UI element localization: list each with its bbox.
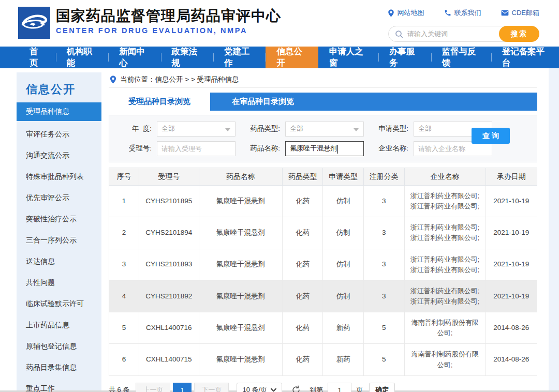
table-row-1[interactable]: 1CYHS2101895氟康唑干混悬剂化药仿制3浙江普利药业有限公司;浙江普利药… <box>109 186 537 217</box>
nav-item-10[interactable]: 登记备案平台 <box>491 47 559 68</box>
sidebar-item-5[interactable]: 优先审评公示 <box>17 187 101 208</box>
cell-r4-c3: 氟康唑干混悬剂 <box>199 280 282 312</box>
nav-item-2[interactable]: 机构职能 <box>56 47 108 68</box>
cell-r2-c7: 浙江普利药业有限公司;浙江普利药业有限公司; <box>404 217 486 249</box>
drug-name-input-wrap <box>285 141 364 156</box>
sidebar-item-3[interactable]: 沟通交流公示 <box>17 145 101 166</box>
refresh-icon[interactable] <box>291 385 301 392</box>
tab-2[interactable]: 在审品种目录浏览 <box>210 93 316 111</box>
cell-r6-c7: 海南普利制药股份有限公司; <box>404 344 486 375</box>
sidebar-item-12[interactable]: 原辅包登记信息 <box>17 336 101 357</box>
query-button[interactable]: 查 询 <box>472 128 510 144</box>
cell-r4-c8: 2021-10-19 <box>486 280 537 312</box>
cell-r3-c1: 3 <box>109 249 139 280</box>
nav-item-4[interactable]: 政策法规 <box>161 47 213 68</box>
filter-panel: 年 度:全部药品类型:全部申请类型:全部 受理号:药品名称:企业名称: 查 询 <box>109 115 537 162</box>
sidebar-item-9[interactable]: 共性问题 <box>17 272 101 293</box>
cell-r1-c7: 浙江普利药业有限公司;浙江普利药业有限公司; <box>404 186 486 217</box>
sidebar-item-1[interactable]: 受理品种信息 <box>17 102 101 121</box>
site-title: 国家药品监督管理局药品审评中心 <box>56 7 281 25</box>
sidebar: 信息公开 受理品种信息审评任务公示沟通交流公示特殊审批品种列表优先审评公示突破性… <box>17 72 101 390</box>
apply-type-value: 全部 <box>418 124 432 133</box>
drug-name-input[interactable] <box>290 145 359 153</box>
company-name-input[interactable] <box>418 145 488 153</box>
cell-r3-c5: 仿制 <box>323 249 364 280</box>
acceptance-no-input[interactable] <box>161 145 231 153</box>
next-page-button[interactable]: 下一页 <box>194 383 229 392</box>
cell-r5-c6: 5 <box>364 312 405 344</box>
cell-r6-c3: 氟康唑干混悬剂 <box>199 344 282 375</box>
sidebar-item-10[interactable]: 临床试验默示许可 <box>17 293 101 314</box>
table-row-3[interactable]: 3CYHS2101893氟康唑干混悬剂化药仿制3浙江普利药业有限公司;浙江普利药… <box>109 249 537 280</box>
nav-item-7[interactable]: 申请人之窗 <box>318 47 378 68</box>
drug-type-select[interactable]: 全部 <box>285 122 364 137</box>
drug-name-field: 药品名称: <box>246 141 374 156</box>
sidebar-item-11[interactable]: 上市药品信息 <box>17 314 101 336</box>
nav-item-3[interactable]: 新闻中心 <box>108 47 160 68</box>
cell-r4-c2: CYHS2101892 <box>139 280 199 312</box>
sidebar-item-7[interactable]: 三合一序列公示 <box>17 230 101 251</box>
body: 信息公开 受理品种信息审评任务公示沟通交流公示特殊审批品种列表优先审评公示突破性… <box>0 68 559 390</box>
location-pin-icon <box>388 9 394 17</box>
sidebar-item-2[interactable]: 审评任务公示 <box>17 124 101 145</box>
acceptance-no-input-wrap <box>157 141 236 156</box>
confirm-button[interactable]: 确定 <box>369 383 395 392</box>
nav-item-5[interactable]: 党建工作 <box>213 47 266 68</box>
quick-link-phone[interactable]: 联系我们 <box>444 8 481 18</box>
goto-page-input[interactable] <box>328 383 351 392</box>
table-row-2[interactable]: 2CYHS2101894氟康唑干混悬剂化药仿制3浙江普利药业有限公司;浙江普利药… <box>109 217 537 249</box>
year-select[interactable]: 全部 <box>157 122 236 137</box>
site-header: 国家药品监督管理局药品审评中心 CENTER FOR DRUG EVALUATI… <box>0 0 559 47</box>
tab-1[interactable]: 受理品种目录浏览 <box>109 93 210 111</box>
cell-r5-c4: 化药 <box>282 312 323 344</box>
cell-r4-c1: 4 <box>109 280 139 312</box>
chevron-down-icon <box>225 128 230 131</box>
page-size-value: 10 条/页 <box>242 385 267 392</box>
sidebar-item-13[interactable]: 药品目录集信息 <box>17 357 101 378</box>
cell-r6-c1: 6 <box>109 344 139 375</box>
drug-type-field: 药品类型:全部 <box>246 122 374 137</box>
cell-r2-c2: CYHS2101894 <box>139 217 199 249</box>
cell-r5-c5: 新药 <box>323 312 364 344</box>
header-search-button[interactable]: 搜索 <box>499 26 539 42</box>
drug-name-label: 药品名称: <box>246 144 280 153</box>
table-row-6[interactable]: 6CXHL1400715氟康唑干混悬剂化药新药5海南普利制药股份有限公司;201… <box>109 344 537 375</box>
page-size-select[interactable]: 10 条/页 <box>237 383 282 392</box>
tab-bar: 受理品种目录浏览在审品种目录浏览 <box>109 93 537 111</box>
nav-item-9[interactable]: 监督与反馈 <box>431 47 491 68</box>
drug-type-value: 全部 <box>290 124 303 133</box>
quick-link-mail[interactable]: CDE邮箱 <box>501 8 539 18</box>
cell-r2-c3: 氟康唑干混悬剂 <box>199 217 282 249</box>
cell-r6-c8: 2014-08-26 <box>486 344 537 375</box>
quick-link-location-pin[interactable]: 网站地图 <box>388 8 424 18</box>
sidebar-item-8[interactable]: 送达信息 <box>17 251 101 272</box>
sidebar-item-6[interactable]: 突破性治疗公示 <box>17 208 101 230</box>
site-title-block: 国家药品监督管理局药品审评中心 CENTER FOR DRUG EVALUATI… <box>56 7 281 35</box>
sidebar-item-14[interactable]: 重点工作 <box>17 378 101 392</box>
apply-type-label: 申请类型: <box>374 124 408 133</box>
acceptance-no-field: 受理号: <box>117 141 246 156</box>
company-name-label: 企业名称: <box>374 144 408 153</box>
mail-icon <box>501 10 509 16</box>
cell-r1-c3: 氟康唑干混悬剂 <box>199 186 282 217</box>
cell-r6-c6: 5 <box>364 344 405 375</box>
main-nav: 首页机构职能新闻中心政策法规党建工作信息公开申请人之窗办事服务监督与反馈登记备案… <box>0 47 559 68</box>
cell-r3-c3: 氟康唑干混悬剂 <box>199 249 282 280</box>
sidebar-item-4[interactable]: 特殊审批品种列表 <box>17 166 101 187</box>
cell-r3-c6: 3 <box>364 249 405 280</box>
chevron-down-icon <box>354 128 359 131</box>
nav-item-6[interactable]: 信息公开 <box>266 47 318 68</box>
year-field: 年 度:全部 <box>117 122 246 137</box>
current-page-button[interactable]: 1 <box>173 383 192 392</box>
cell-r1-c5: 仿制 <box>323 186 364 217</box>
column-header-6: 注册分类 <box>364 168 405 186</box>
nav-item-1[interactable]: 首页 <box>19 47 56 68</box>
cell-r5-c3: 氟康唑干混悬剂 <box>199 312 282 344</box>
table-row-4[interactable]: 4CYHS2101892氟康唑干混悬剂化药仿制3浙江普利药业有限公司;浙江普利药… <box>109 280 537 312</box>
goto-unit: 页 <box>356 385 363 392</box>
site-subtitle: CENTER FOR DRUG EVALUATION, NMPA <box>56 26 281 35</box>
nav-item-8[interactable]: 办事服务 <box>378 47 431 68</box>
prev-page-button[interactable]: 上一页 <box>136 383 170 392</box>
column-header-8: 承办日期 <box>486 168 537 186</box>
table-row-5[interactable]: 5CXHL1400716氟康唑干混悬剂化药新药5海南普利制药股份有限公司;201… <box>109 312 537 344</box>
